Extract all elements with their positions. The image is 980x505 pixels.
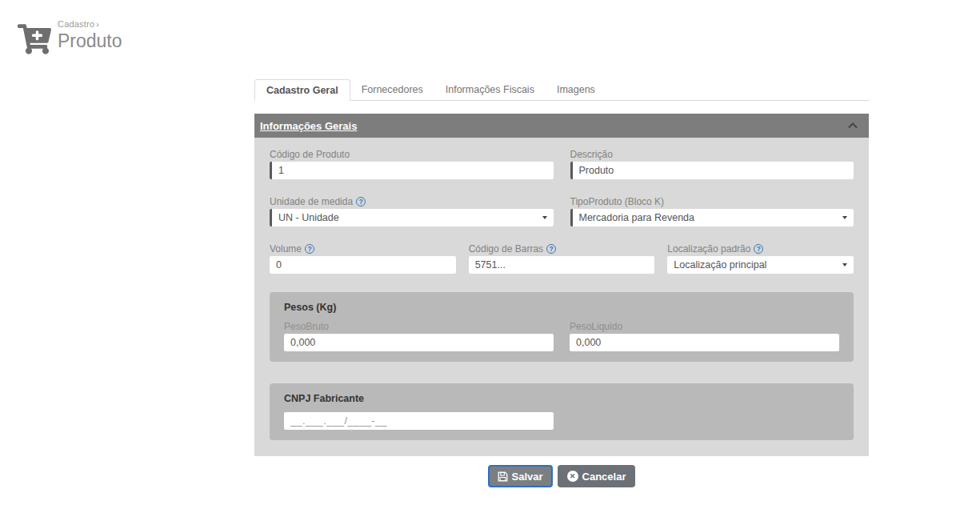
cancel-circle-x-icon: ✕: [567, 471, 578, 482]
field-codigo-produto: Código de Produto: [270, 149, 554, 179]
localizacao-padrao-label: Localização padrão ?: [667, 243, 854, 254]
page-header: Cadastro› Produto: [18, 19, 122, 54]
unidade-medida-select[interactable]: UN - Unidade: [270, 209, 554, 226]
peso-bruto-label: PesoBruto: [284, 321, 554, 331]
unidade-medida-label: Unidade de medida ?: [270, 196, 554, 206]
field-cnpj-fabricante: [284, 412, 554, 430]
help-icon[interactable]: ?: [356, 197, 366, 206]
tab-imagens[interactable]: Imagens: [546, 79, 606, 100]
descricao-label: Descrição: [570, 149, 854, 159]
peso-liquido-label: PesoLiquido: [570, 321, 839, 331]
codigo-barras-label: Código de Barras ?: [469, 243, 655, 254]
section-header[interactable]: Informações Gerais: [254, 114, 869, 138]
chevron-up-icon[interactable]: [848, 122, 858, 129]
breadcrumb[interactable]: Cadastro›: [58, 19, 122, 29]
field-unidade-medida: Unidade de medida ? UN - Unidade: [270, 196, 554, 226]
volume-label: Volume ?: [270, 243, 456, 254]
help-icon[interactable]: ?: [546, 244, 556, 254]
peso-bruto-input[interactable]: [284, 334, 554, 351]
tab-cadastro-geral[interactable]: Cadastro Geral: [254, 79, 350, 101]
volume-input[interactable]: [270, 256, 456, 274]
field-descricao: Descrição: [570, 149, 854, 179]
tipo-produto-select[interactable]: Mercadoria para Revenda: [570, 209, 854, 226]
help-icon[interactable]: ?: [754, 244, 763, 254]
field-peso-bruto: PesoBruto: [284, 321, 554, 351]
caret-down-icon: [842, 263, 847, 267]
field-localizacao-padrao: Localização padrão ? Localização princip…: [667, 243, 854, 274]
section-title[interactable]: Informações Gerais: [260, 120, 357, 132]
cnpj-panel-title: CNPJ Fabricante: [284, 393, 839, 404]
cart-plus-icon: [18, 24, 51, 54]
localizacao-padrao-select[interactable]: Localização principal: [667, 256, 854, 274]
caret-down-icon: [542, 216, 547, 219]
cancel-button-label: Cancelar: [582, 471, 626, 483]
cnpj-panel: CNPJ Fabricante: [270, 383, 854, 440]
save-button-label: Salvar: [512, 471, 543, 483]
breadcrumb-chevron-icon: ›: [96, 20, 99, 29]
tab-bar: Cadastro Geral Fornecedores Informações …: [254, 79, 869, 101]
codigo-barras-input[interactable]: [469, 256, 655, 274]
peso-liquido-input[interactable]: [570, 334, 839, 351]
field-peso-liquido: PesoLiquido: [570, 321, 839, 351]
descricao-input[interactable]: [570, 162, 854, 179]
select-value: Mercadoria para Revenda: [579, 212, 695, 223]
breadcrumb-item[interactable]: Cadastro: [58, 19, 94, 29]
cancel-button[interactable]: ✕ Cancelar: [558, 465, 636, 487]
field-volume: Volume ?: [270, 243, 456, 274]
section-informacoes-gerais: Informações Gerais Código de Produto Des…: [254, 114, 869, 456]
page-title: Produto: [58, 30, 122, 52]
section-body: Código de Produto Descrição Unidade de m…: [254, 138, 869, 456]
tipo-produto-label: TipoProduto (Bloco K): [570, 196, 854, 206]
pesos-panel-title: Pesos (Kg): [284, 302, 839, 313]
codigo-produto-input[interactable]: [270, 162, 554, 179]
cnpj-fabricante-input[interactable]: [284, 412, 554, 430]
pesos-panel: Pesos (Kg) PesoBruto PesoLiquido: [270, 292, 854, 362]
action-buttons: Salvar ✕ Cancelar: [254, 465, 869, 487]
caret-down-icon: [842, 216, 847, 219]
select-value: Localização principal: [674, 259, 766, 271]
select-value: UN - Unidade: [278, 212, 339, 223]
codigo-produto-label: Código de Produto: [270, 149, 554, 159]
help-icon[interactable]: ?: [305, 244, 314, 254]
tab-informacoes-fiscais[interactable]: Informações Fiscais: [434, 79, 546, 100]
save-disk-icon: [498, 471, 508, 482]
field-codigo-barras: Código de Barras ?: [469, 243, 655, 274]
main-content: Cadastro Geral Fornecedores Informações …: [254, 79, 869, 487]
tab-fornecedores[interactable]: Fornecedores: [350, 79, 434, 100]
save-button[interactable]: Salvar: [488, 465, 553, 487]
field-tipo-produto: TipoProduto (Bloco K) Mercadoria para Re…: [570, 196, 854, 226]
